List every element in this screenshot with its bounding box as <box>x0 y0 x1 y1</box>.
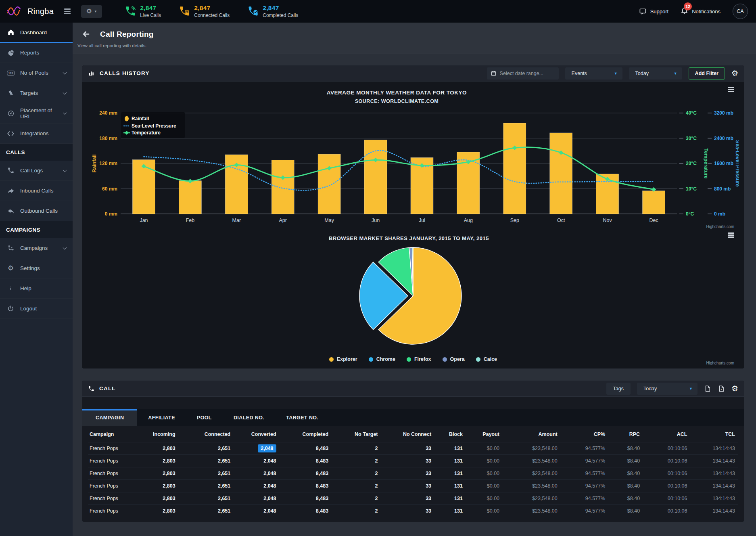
sidebar-item-reports[interactable]: Reports <box>0 43 73 63</box>
calendar-icon <box>491 70 497 76</box>
sidebar-item-no-of-pools[interactable]: 123No of Pools <box>0 63 73 83</box>
tab-dialed-no-[interactable]: DIALED NO. <box>223 409 275 426</box>
gear-icon[interactable]: ⚙ <box>731 69 738 77</box>
legend-dot <box>476 357 480 362</box>
stat-connected-calls: 2,847Connected Calls <box>179 4 230 18</box>
calls-history-header: CALLS HISTORY Ev <box>82 65 744 82</box>
forward-icon <box>7 187 15 195</box>
column-header-amount: Amount <box>503 426 561 442</box>
call-tabs: CAMPAGINAFFILIATEPOOLDIALED NO.TARGET NO… <box>82 409 744 426</box>
events-dropdown[interactable]: Events ▼ <box>565 67 622 80</box>
svg-text:Oct: Oct <box>557 218 565 223</box>
phone-connected-icon <box>179 6 190 17</box>
topbar-right: Support 12 Notifications CA <box>639 4 748 19</box>
svg-text:AVERAGE MONTHLY WEATHER DATA F: AVERAGE MONTHLY WEATHER DATA FOR TOKYO <box>327 90 467 96</box>
svg-text:Rainfall: Rainfall <box>132 116 149 121</box>
column-header-payout: Payout <box>466 426 503 442</box>
tags-button[interactable]: Tags <box>606 383 631 395</box>
sidebar-item-call-logs[interactable]: Call Logs <box>0 161 73 181</box>
notification-badge: 12 <box>684 2 692 10</box>
call-table: CampaignIncomingConnectedConvertedComple… <box>88 426 738 517</box>
chart-context-menu-icon[interactable] <box>727 86 735 93</box>
column-header-completed: Completed <box>280 426 332 442</box>
sidebar-item-placement-of-url[interactable]: Placement of URL <box>0 103 73 124</box>
svg-text:3200 mb: 3200 mb <box>714 110 733 116</box>
legend-dot <box>329 357 334 362</box>
sidebar-item-help[interactable]: Help <box>0 278 73 299</box>
column-header-tcl: TCL <box>690 426 738 442</box>
chevron-down-icon: ▼ <box>608 71 618 75</box>
tab-pool[interactable]: POOL <box>186 409 223 426</box>
back-arrow-icon[interactable] <box>81 29 91 39</box>
menu-toggle-icon[interactable] <box>64 8 71 14</box>
calls-history-title: CALLS HISTORY <box>100 70 150 76</box>
svg-text:20°C: 20°C <box>686 161 697 166</box>
sidebar-item-settings[interactable]: ⚙Settings <box>0 258 73 278</box>
bar-chart-icon <box>88 70 95 77</box>
column-header-rpc: RPC <box>608 426 643 442</box>
sidebar-section-calls: CALLS <box>0 144 73 161</box>
svg-text:BROWSER MARKET SHARES JANUARY,: BROWSER MARKET SHARES JANUARY, 2015 TO M… <box>329 235 489 241</box>
legend-item-opera[interactable]: Opera <box>443 356 465 362</box>
svg-text:Jun: Jun <box>372 218 380 223</box>
sidebar-item-inbound-calls[interactable]: Inbound Calls <box>0 181 73 201</box>
sidebar-item-dashboard[interactable]: Dashboard <box>0 23 73 43</box>
svg-text:0 mm: 0 mm <box>105 211 117 217</box>
converted-highlight: 2,048 <box>258 444 276 452</box>
stat-completed-calls: 2,847Completed Calls <box>247 4 298 18</box>
gear-icon: ⚙ <box>86 8 92 15</box>
chart-credit: Highcharts.com <box>706 224 734 229</box>
today-dropdown[interactable]: Today ▼ <box>629 67 682 80</box>
weather-chart: AVERAGE MONTHLY WEATHER DATA FOR TOKYOSO… <box>87 82 739 230</box>
weather-chart-svg: AVERAGE MONTHLY WEATHER DATA FOR TOKYOSO… <box>87 82 739 229</box>
svg-text:800 mb: 800 mb <box>714 186 731 192</box>
avatar[interactable]: CA <box>733 4 748 19</box>
tab-campagin[interactable]: CAMPAGIN <box>82 409 137 426</box>
sidebar-item-logout[interactable]: Logout <box>0 299 73 319</box>
sidebar-item-outbound-calls[interactable]: Outbound Calls <box>0 201 73 221</box>
legend-item-chrome[interactable]: Chrome <box>369 356 395 362</box>
app-root: Ringba ⚙ ▼ 2,847Live Calls2,847Connected… <box>0 0 756 536</box>
svg-text:Aug: Aug <box>464 218 473 223</box>
sidebar-item-campaigns[interactable]: Campaigns <box>0 238 73 258</box>
browser-pie-svg: BROWSER MARKET SHARES JANUARY, 2015 TO M… <box>87 230 739 352</box>
calls-history-panel: CALLS HISTORY Ev <box>82 65 744 368</box>
table-row: French Pops2,8032,6512,0488,483233131$0.… <box>88 505 738 517</box>
date-range-input[interactable] <box>487 67 559 80</box>
table-row: French Pops2,8032,6512,0488,483233131$0.… <box>88 442 738 455</box>
main-area: Call Reporting View all call reporting w… <box>73 23 756 536</box>
column-header-incoming: Incoming <box>145 426 179 442</box>
add-filter-button[interactable]: Add Filter <box>689 67 725 80</box>
chart-context-menu-icon[interactable] <box>727 231 735 239</box>
sidebar-item-targets[interactable]: Targets <box>0 83 73 103</box>
call-today-dropdown[interactable]: Today ▼ <box>637 383 698 395</box>
code-icon <box>7 130 15 137</box>
svg-text:120 mm: 120 mm <box>99 161 117 166</box>
legend-item-explorer[interactable]: Explorer <box>329 356 357 362</box>
notifications-label: Notifications <box>692 8 720 15</box>
export-excel-icon[interactable]: x <box>718 385 725 393</box>
export-file-icon[interactable] <box>704 385 711 393</box>
bell-icon: 12 <box>681 7 688 16</box>
legend-item-caice[interactable]: Caice <box>476 356 497 362</box>
legend-dot <box>407 357 411 362</box>
column-header-noconnect: No Connect <box>381 426 435 442</box>
svg-text:x: x <box>720 388 722 391</box>
target-icon <box>7 89 15 97</box>
phone-completed-icon <box>247 6 259 17</box>
tab-affiliate[interactable]: AFFILIATE <box>137 409 186 426</box>
tab-target-no-[interactable]: TARGET NO. <box>275 409 329 426</box>
support-button[interactable]: Support <box>639 8 669 15</box>
notifications-button[interactable]: 12 Notifications <box>681 7 720 16</box>
ringba-logo-icon <box>6 5 24 18</box>
chevron-down-icon <box>63 70 67 74</box>
legend-item-firefox[interactable]: Firefox <box>407 356 431 362</box>
column-header-campaign: Campaign <box>88 426 145 442</box>
call-panel-header: CALL Tags Today ▼ <box>82 381 744 397</box>
stat-live-calls: 2,847Live Calls <box>125 4 161 18</box>
gear-icon[interactable]: ⚙ <box>731 385 738 392</box>
page-header: Call Reporting View all call reporting w… <box>73 23 756 54</box>
svg-text:Temperature: Temperature <box>703 149 709 179</box>
sidebar-item-integrations[interactable]: Integrations <box>0 124 73 144</box>
quick-settings-button[interactable]: ⚙ ▼ <box>81 5 102 18</box>
